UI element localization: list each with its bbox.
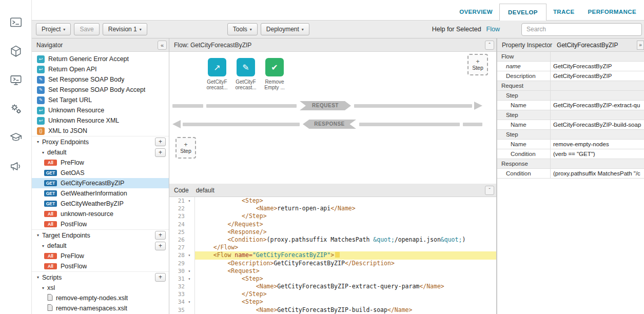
revision-button[interactable]: Revision 1▾ bbox=[103, 23, 147, 35]
section-label: Scripts bbox=[42, 274, 62, 281]
tab-trace[interactable]: TRACE bbox=[547, 4, 581, 20]
navigator-collapse-icon[interactable]: « bbox=[158, 41, 167, 50]
code-line[interactable]: 24 </Request> bbox=[169, 221, 496, 228]
add-proxy-endpoints-button[interactable]: + bbox=[155, 138, 166, 146]
navigator-policy-item[interactable]: {}XML to JSON bbox=[32, 126, 169, 136]
tab-performance[interactable]: PERFORMANCE bbox=[581, 4, 643, 20]
fold-toggle-icon[interactable]: ▾ bbox=[185, 298, 194, 306]
code-line[interactable]: 22 <Name>return-open-api</Name> bbox=[169, 205, 496, 212]
help-flow-link[interactable]: Flow bbox=[486, 26, 500, 33]
fold-toggle-icon[interactable]: ▾ bbox=[185, 197, 194, 205]
code-token bbox=[199, 197, 242, 204]
add-scripts-button[interactable]: + bbox=[155, 273, 166, 282]
code-line[interactable]: 28▾ <Flow name="GetCityForecastByZIP"> bbox=[169, 251, 496, 259]
proxy-monitor-icon[interactable] bbox=[0, 66, 32, 94]
line-number: 34 bbox=[169, 298, 185, 306]
fold-toggle-icon[interactable]: ▾ bbox=[185, 275, 194, 283]
code-line[interactable]: 30▾ <Request> bbox=[169, 267, 496, 275]
inspector-value[interactable]: GetCityForecastByZIP bbox=[551, 71, 644, 81]
terminal-icon[interactable] bbox=[0, 8, 32, 37]
flow-step-2[interactable]: ✎GetCityForecast... bbox=[231, 58, 260, 90]
add-step-button-request[interactable]: + Step bbox=[467, 54, 488, 75]
deployment-button[interactable]: Deployment▾ bbox=[261, 23, 309, 35]
chevron-down-icon: ▾ bbox=[302, 27, 304, 32]
search-input[interactable] bbox=[521, 23, 642, 36]
inspector-value[interactable]: GetCityForecastByZIP bbox=[551, 62, 644, 71]
flow-collapse-icon[interactable]: ˆ bbox=[485, 41, 494, 50]
code-line[interactable]: 31▾ <Step> bbox=[169, 275, 496, 283]
flow-step-label: GetCityF bbox=[203, 79, 231, 85]
code-collapse-icon[interactable]: ˇ bbox=[485, 186, 494, 195]
announcement-megaphone-icon[interactable] bbox=[0, 152, 32, 181]
code-line[interactable]: 35 <Name>GetCityForecastByZIP-build-soap… bbox=[169, 306, 496, 314]
fold-toggle-icon[interactable]: ▾ bbox=[185, 251, 194, 259]
navigator-section-scripts[interactable]: ▾Scripts+ bbox=[32, 271, 169, 283]
navigator-flow-item[interactable]: GETGetOAS bbox=[32, 168, 169, 178]
flow-label: PreFlow bbox=[61, 252, 84, 260]
code-line[interactable]: 33 </Step> bbox=[169, 290, 496, 298]
arrow-left-icon bbox=[172, 120, 181, 128]
inspector-value[interactable]: remove-empty-nodes bbox=[551, 140, 644, 149]
navigator-policy-item[interactable]: ↩Return Generic Error Accept bbox=[32, 54, 169, 64]
code-line[interactable]: 34▾ <Step> bbox=[169, 298, 496, 306]
inspector-label: Condition bbox=[497, 169, 551, 178]
code-token: name= bbox=[235, 251, 252, 259]
settings-gears-icon[interactable] bbox=[0, 94, 32, 123]
navigator-script-file[interactable]: remove-empty-nodes.xslt bbox=[32, 293, 169, 303]
navigator-flow-item[interactable]: Allunknown-resource bbox=[32, 209, 169, 219]
inspector-value[interactable]: GetCityForecastByZIP-build-soap bbox=[551, 120, 644, 129]
navigator-flow-item[interactable]: AllPreFlow bbox=[32, 251, 169, 261]
navigator-flow-item[interactable]: AllPostFlow bbox=[32, 219, 169, 229]
inspector-value[interactable]: (verb == "GET") bbox=[551, 149, 644, 159]
project-button[interactable]: Project▾ bbox=[36, 23, 71, 35]
package-icon[interactable] bbox=[0, 37, 32, 66]
navigator-section-proxy-default[interactable]: ▾default+ bbox=[32, 147, 169, 158]
navigator-section-proxy-endpoints[interactable]: ▾Proxy Endpoints+ bbox=[32, 136, 169, 147]
navigator-section-scripts-folder[interactable]: ▾xsl bbox=[32, 283, 169, 293]
navigator-section-target-endpoints[interactable]: ▾Target Endpoints+ bbox=[32, 229, 169, 241]
navigator-flow-item[interactable]: AllPostFlow bbox=[32, 261, 169, 271]
add-proxy-default-button[interactable]: + bbox=[155, 148, 166, 157]
add-step-button-response[interactable]: + Step bbox=[175, 137, 196, 159]
line-number: 28 bbox=[169, 251, 185, 259]
inspector-section-row: Request bbox=[497, 81, 644, 91]
navigator-policy-item[interactable]: ↩Unknown Resource bbox=[32, 105, 169, 115]
navigator-policy-item[interactable]: ✎Set Target URL bbox=[32, 95, 169, 105]
inspector-collapse-icon[interactable]: » bbox=[637, 41, 644, 50]
tab-overview[interactable]: OVERVIEW bbox=[453, 4, 499, 20]
learning-cap-icon[interactable] bbox=[0, 123, 32, 152]
code-line-content: <Response/> bbox=[195, 228, 496, 236]
code-line[interactable]: 29 <Description>GetCityForecastByZIP</De… bbox=[169, 260, 496, 267]
navigator-flow-item[interactable]: GETGetCityWeatherByZIP bbox=[32, 199, 169, 209]
navigator-script-file[interactable]: remove-namespaces.xslt bbox=[32, 303, 169, 313]
code-line[interactable]: 26 <Condition>(proxy.pathsuffix MatchesP… bbox=[169, 236, 496, 244]
code-line[interactable]: 25 <Response/> bbox=[169, 228, 496, 236]
code-editor[interactable]: 21▾ <Step>22 <Name>return-open-api</Name… bbox=[169, 197, 496, 314]
navigator-policy-item[interactable]: ↩Unknown Resource XML bbox=[32, 115, 169, 126]
navigator-policy-item[interactable]: ↩Return Open API bbox=[32, 64, 169, 74]
code-line[interactable]: 27 </Flow> bbox=[169, 244, 496, 251]
add-target-endpoints-button[interactable]: + bbox=[155, 231, 166, 240]
navigator-flow-item[interactable]: AllPreFlow bbox=[32, 158, 169, 168]
code-file-tab[interactable]: default bbox=[196, 187, 214, 194]
navigator-policy-item[interactable]: ✎Set Response SOAP Body bbox=[32, 74, 169, 85]
code-token: <Step> bbox=[242, 298, 263, 305]
save-button[interactable]: Save bbox=[74, 23, 99, 35]
navigator-flow-item[interactable]: GETGetCityForecastByZIP bbox=[32, 178, 169, 188]
code-token bbox=[199, 212, 242, 220]
flow-step-3[interactable]: ✔RemoveEmpty ... bbox=[260, 58, 289, 90]
tools-button[interactable]: Tools▾ bbox=[227, 23, 258, 35]
navigator-section-target-default[interactable]: ▾default+ bbox=[32, 241, 169, 251]
tab-develop[interactable]: DEVELOP bbox=[499, 4, 547, 21]
inspector-value[interactable]: (proxy.pathsuffix MatchesPath "/c bbox=[551, 169, 644, 178]
code-text: <Name>GetCityForecastByZIP-build-soap</N… bbox=[195, 306, 412, 313]
inspector-value[interactable]: GetCityForecastByZIP-extract-qu bbox=[551, 101, 644, 110]
add-target-default-button[interactable]: + bbox=[155, 242, 166, 250]
code-line[interactable]: 23 </Step> bbox=[169, 212, 496, 220]
navigator-flow-item[interactable]: GETGetWeatherInformation bbox=[32, 188, 169, 199]
code-line[interactable]: 21▾ <Step> bbox=[169, 197, 496, 205]
fold-toggle-icon[interactable]: ▾ bbox=[185, 267, 194, 275]
code-line[interactable]: 32 <Name>GetCityForecastByZIP-extract-qu… bbox=[169, 283, 496, 290]
navigator-policy-item[interactable]: ✎Set Response SOAP Body Accept bbox=[32, 85, 169, 95]
flow-step-1[interactable]: ↗GetCityForecast... bbox=[203, 58, 231, 90]
